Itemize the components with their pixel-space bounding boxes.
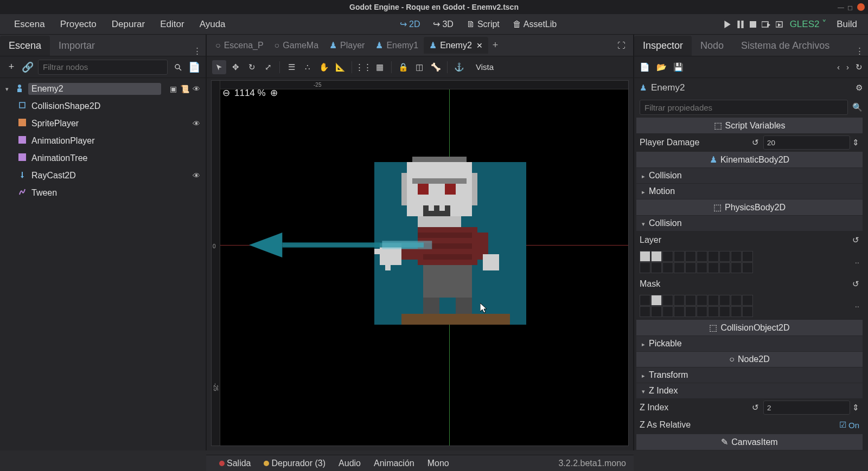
renderer-dropdown[interactable]: GLES2 ˅: [790, 18, 827, 30]
property-filter-input[interactable]: [640, 100, 848, 115]
scene-filter-input[interactable]: [38, 60, 168, 75]
view-menu[interactable]: Vista: [471, 60, 498, 74]
collapse-icon[interactable]: ▾: [5, 86, 12, 93]
section-canvasitem[interactable]: ✎ CanvasItem: [636, 434, 863, 450]
zoom-in-icon[interactable]: ⊕: [270, 87, 278, 99]
search-icon[interactable]: 🔍: [848, 102, 863, 112]
pan-tool-icon[interactable]: ✋: [317, 60, 331, 74]
section-collisionobject[interactable]: ⬚ CollisionObject2D: [636, 320, 863, 335]
tree-node-root[interactable]: ▾ Enemy2 ▣📜👁: [0, 80, 206, 98]
tree-node[interactable]: AnimationPlayer: [0, 132, 206, 150]
script-open-icon[interactable]: 📜: [180, 85, 189, 93]
lock-icon[interactable]: 🔒: [396, 60, 410, 74]
play-scene-icon[interactable]: [762, 21, 770, 28]
tree-node[interactable]: AnimationTree: [0, 150, 206, 167]
settings-icon[interactable]: ⚙: [856, 83, 863, 93]
menu-proyecto[interactable]: Proyecto: [53, 16, 104, 33]
close-icon[interactable]: [857, 3, 865, 11]
anchor-icon[interactable]: ⚓: [452, 60, 466, 74]
panel-animacion[interactable]: Animación: [368, 459, 420, 468]
layer-more-icon[interactable]: ··: [855, 257, 859, 267]
ruler-tool-icon[interactable]: 📐: [333, 60, 347, 74]
minimize-icon[interactable]: —: [838, 4, 844, 10]
player-damage-input[interactable]: [763, 136, 850, 150]
checkbox-on-icon[interactable]: ☑: [839, 420, 846, 430]
menu-escena[interactable]: Escena: [7, 16, 53, 33]
mode-2d-button[interactable]: ↪2D: [394, 17, 425, 31]
scene-tab[interactable]: ○GameMa: [269, 37, 324, 54]
panel-mono[interactable]: Mono: [422, 459, 455, 468]
move-tool-icon[interactable]: ✥: [228, 60, 242, 74]
pause-icon[interactable]: [737, 21, 744, 28]
close-tab-icon[interactable]: ✕: [476, 41, 483, 50]
visibility-icon[interactable]: 👁: [193, 171, 200, 180]
section-kinematicbody[interactable]: ♟ KinematicBody2D: [636, 152, 863, 167]
panel-audio[interactable]: Audio: [333, 459, 366, 468]
maximize-icon[interactable]: ◻: [847, 4, 854, 10]
layer-grid[interactable]: ··: [634, 249, 865, 275]
play-icon[interactable]: [724, 21, 731, 28]
new-resource-icon[interactable]: 📄: [640, 62, 650, 72]
tab-inspector[interactable]: Inspector: [634, 36, 692, 56]
revert-icon[interactable]: ↺: [752, 138, 759, 147]
scene-tab[interactable]: ♟Player: [324, 37, 370, 54]
tree-node[interactable]: CollisionShape2D: [0, 98, 206, 115]
revert-icon[interactable]: ↺: [752, 403, 759, 412]
stop-icon[interactable]: [750, 21, 756, 28]
tree-node[interactable]: SpritePlayer👁: [0, 115, 206, 132]
instance-icon[interactable]: 🔗: [22, 61, 34, 73]
panel-depurador[interactable]: Depurador (3): [258, 459, 331, 468]
visibility-icon[interactable]: 👁: [193, 85, 200, 93]
menu-depurar[interactable]: Depurar: [104, 16, 152, 33]
tree-node[interactable]: Tween: [0, 184, 206, 202]
load-resource-icon[interactable]: 📂: [656, 62, 667, 72]
new-tab-button[interactable]: +: [488, 40, 503, 51]
cat-zindex[interactable]: Z Index: [636, 383, 863, 398]
revert-icon[interactable]: ↺: [852, 235, 859, 245]
inspector-body[interactable]: ⬚ Script Variables Player Damage ↺ ⇕ ♟ K…: [634, 117, 868, 450]
bone-icon[interactable]: 🦴: [429, 60, 443, 74]
history-icon[interactable]: ↻: [856, 62, 863, 72]
select-tool-icon[interactable]: [212, 60, 226, 74]
spinner-icon[interactable]: ⇕: [852, 403, 859, 412]
scale-tool-icon[interactable]: ⤢: [261, 60, 275, 74]
mask-grid[interactable]: ··: [634, 293, 865, 319]
tab-nodo[interactable]: Nodo: [692, 36, 732, 56]
rotate-tool-icon[interactable]: ↻: [245, 60, 259, 74]
dock-menu-icon[interactable]: ⋮: [851, 46, 868, 56]
scene-tab[interactable]: ○Escena_P: [210, 37, 269, 54]
cat-pickable[interactable]: Pickable: [636, 336, 863, 351]
snap-icon[interactable]: ⋮⋮: [356, 60, 371, 74]
cat-motion[interactable]: Motion: [636, 184, 863, 199]
tab-importar[interactable]: Importar: [50, 36, 104, 56]
history-back-icon[interactable]: ‹: [837, 62, 840, 72]
spinner-icon[interactable]: ⇕: [852, 138, 859, 147]
list-select-icon[interactable]: ☰: [284, 60, 298, 74]
grid-snap-icon[interactable]: ▦: [373, 60, 387, 74]
mode-3d-button[interactable]: ↪3D: [427, 17, 458, 31]
mask-more-icon[interactable]: ··: [855, 301, 859, 311]
cat-transform[interactable]: Transform: [636, 367, 863, 383]
tree-node[interactable]: RayCast2D👁: [0, 167, 206, 184]
add-node-icon[interactable]: +: [5, 61, 17, 73]
group-icon[interactable]: ◫: [412, 60, 426, 74]
mode-script-button[interactable]: 🗎Script: [461, 17, 505, 31]
instance-marker-icon[interactable]: ▣: [170, 85, 177, 93]
dock-menu-icon[interactable]: ⋮: [189, 46, 206, 56]
history-forward-icon[interactable]: ›: [846, 62, 849, 72]
zindex-input[interactable]: [763, 401, 850, 415]
scene-tab[interactable]: ♟Enemy1: [370, 37, 424, 54]
distraction-free-icon[interactable]: ⛶: [613, 41, 630, 50]
panel-salida[interactable]: Salida: [214, 459, 256, 468]
section-node2d[interactable]: ○ Node2D: [636, 352, 863, 367]
play-custom-icon[interactable]: [776, 21, 784, 28]
section-script-vars[interactable]: ⬚ Script Variables: [636, 118, 863, 133]
scene-tree[interactable]: ▾ Enemy2 ▣📜👁 CollisionShape2D SpritePlay…: [0, 78, 206, 204]
mode-assetlib-button[interactable]: 🗑AssetLib: [507, 17, 562, 31]
save-resource-icon[interactable]: 💾: [673, 62, 684, 72]
search-icon[interactable]: [172, 61, 184, 73]
menu-editor[interactable]: Editor: [152, 16, 192, 33]
section-physicsbody[interactable]: ⬚ PhysicsBody2D: [636, 199, 863, 215]
revert-icon[interactable]: ↺: [852, 279, 859, 289]
script-attach-icon[interactable]: 📄: [188, 61, 200, 73]
